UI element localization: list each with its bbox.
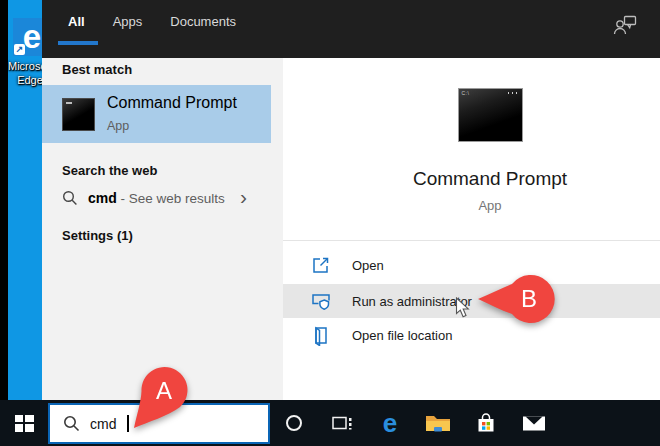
- feedback-icon[interactable]: [612, 12, 638, 38]
- windows-search-screenshot: e ↗ Microsoft Edge All Apps Documents Be…: [0, 0, 660, 446]
- action-label: Run as administrator: [352, 294, 472, 309]
- taskbar: cmd e: [0, 400, 660, 446]
- edge-taskbar-button[interactable]: e: [366, 400, 414, 446]
- file-explorer-icon: [425, 413, 451, 434]
- command-prompt-icon: [62, 98, 95, 131]
- annotation-badge-a: A: [128, 362, 204, 438]
- svg-text:B: B: [521, 285, 537, 312]
- annotation-badge-b: B: [476, 266, 560, 336]
- action-label: Open: [352, 258, 384, 273]
- edge-e-glyph: e: [23, 18, 41, 56]
- web-search-result[interactable]: cmd - See web results ›: [42, 185, 271, 213]
- action-run-as-administrator[interactable]: Run as administrator: [283, 284, 660, 318]
- start-button[interactable]: [0, 400, 48, 446]
- tab-apps[interactable]: Apps: [113, 14, 143, 29]
- cortana-icon: [285, 414, 303, 432]
- mail-icon: [522, 415, 546, 432]
- edge-icon: e: [383, 410, 397, 436]
- cmd-titlebar-text: C:\: [462, 90, 470, 96]
- taskbar-icons: e: [270, 400, 558, 446]
- mouse-cursor: [455, 297, 470, 319]
- best-match-result-command-prompt[interactable]: Command Prompt App: [42, 85, 271, 143]
- store-button[interactable]: [462, 400, 510, 446]
- tab-all[interactable]: All: [68, 14, 85, 29]
- action-open[interactable]: Open: [283, 246, 660, 284]
- open-external-icon: [310, 254, 332, 276]
- file-location-icon: [310, 324, 332, 346]
- search-icon: [63, 415, 80, 432]
- admin-shield-icon: [310, 290, 332, 312]
- chevron-right-icon: ›: [240, 185, 247, 209]
- action-open-file-location[interactable]: Open file location: [283, 318, 660, 352]
- search-web-header: Search the web: [62, 163, 157, 178]
- search-tabs: All Apps Documents: [42, 0, 660, 29]
- task-view-button[interactable]: [318, 400, 366, 446]
- web-query: cmd: [88, 190, 117, 206]
- preview-subtitle: App: [340, 198, 640, 213]
- preview-title: Command Prompt: [340, 168, 640, 190]
- search-query-text: cmd: [90, 416, 116, 432]
- search-flyout-header: All Apps Documents: [42, 0, 660, 58]
- file-explorer-button[interactable]: [414, 400, 462, 446]
- result-subtitle: App: [107, 119, 129, 133]
- store-icon: [475, 412, 497, 434]
- preview-divider: [283, 240, 660, 241]
- task-view-icon: [331, 414, 353, 432]
- command-prompt-icon-large: C:\: [458, 88, 523, 142]
- web-suffix: - See web results: [117, 191, 225, 206]
- windows-logo-icon: [15, 415, 34, 432]
- best-match-header: Best match: [62, 62, 132, 77]
- mail-button[interactable]: [510, 400, 558, 446]
- settings-header: Settings (1): [62, 228, 133, 243]
- search-icon: [62, 190, 78, 206]
- search-results-panel: Best match Command Prompt App Search the…: [42, 58, 283, 400]
- tab-documents[interactable]: Documents: [170, 14, 236, 29]
- active-tab-underline: [58, 41, 98, 45]
- result-preview-panel: C:\ Command Prompt App Open: [283, 58, 660, 400]
- preview-summary: C:\ Command Prompt App: [340, 88, 640, 213]
- cortana-button[interactable]: [270, 400, 318, 446]
- web-result-text: cmd - See web results: [88, 190, 225, 206]
- window-controls-dots: [508, 92, 519, 94]
- result-title: Command Prompt: [107, 94, 237, 112]
- shortcut-arrow-icon: ↗: [14, 44, 25, 55]
- action-label: Open file location: [352, 328, 452, 343]
- svg-text:A: A: [156, 377, 172, 404]
